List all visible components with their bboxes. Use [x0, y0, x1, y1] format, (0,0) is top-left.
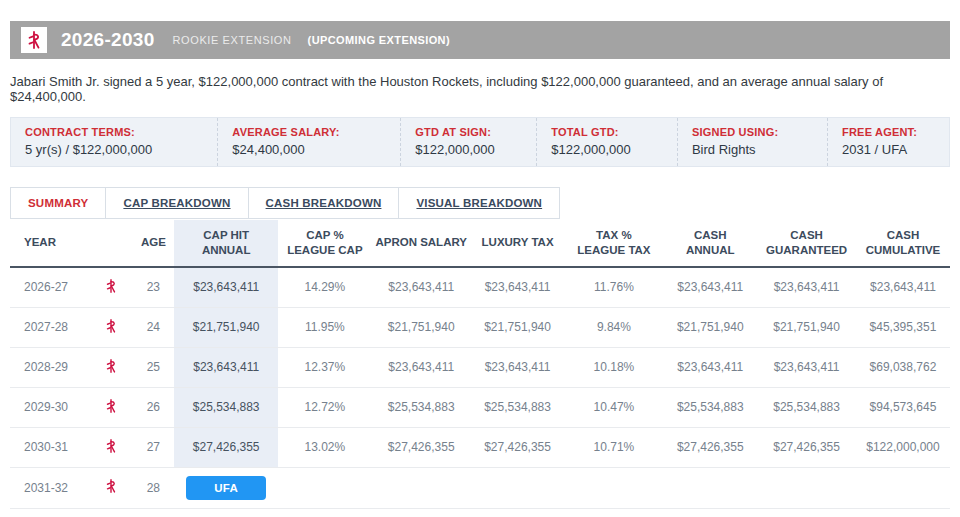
cell-year: 2026-27	[10, 267, 90, 308]
column-header: CASH ANNUAL	[663, 220, 757, 267]
cell-team-logo	[90, 387, 132, 427]
contract-page: 2026-2030 ROOKIE EXTENSION (UPCOMING EXT…	[10, 0, 950, 517]
cell-age: 23	[132, 267, 174, 308]
cell-cash-gtd: $23,643,411	[757, 347, 856, 387]
contract-status: (UPCOMING EXTENSION)	[308, 34, 450, 46]
tab-cap-breakdown[interactable]: CAP BREAKDOWN	[105, 187, 248, 219]
contract-term-label: GTD AT SIGN:	[415, 126, 536, 138]
cell-team-logo	[90, 467, 132, 508]
contract-term-value: $122,000,000	[415, 142, 536, 157]
cell-luxury: $21,751,940	[471, 307, 565, 347]
cell-cap-pct: 14.29%	[278, 267, 372, 308]
cell-apron: $23,643,411	[372, 267, 471, 308]
cell-cash-gtd: $21,751,940	[757, 307, 856, 347]
cell-luxury: $27,426,355	[471, 427, 565, 467]
cell-tax-pct	[565, 467, 664, 508]
contract-terms-strip: CONTRACT TERMS: 5 yr(s) / $122,000,000 A…	[10, 117, 950, 167]
column-header: TAX % LEAGUE TAX	[565, 220, 664, 267]
cell-team-logo	[90, 307, 132, 347]
cell-year: 2027-28	[10, 307, 90, 347]
cell-cash-cum: $23,643,411	[856, 267, 950, 308]
houston-rockets-icon	[25, 31, 43, 49]
contract-term: AVERAGE SALARY: $24,400,000	[217, 118, 400, 166]
team-logo-box	[21, 27, 47, 53]
cell-cash-gtd: $25,534,883	[757, 387, 856, 427]
cell-tax-pct: 9.84%	[565, 307, 664, 347]
table-row: 2029-30 26$25,534,88312.72%$25,534,883$2…	[10, 387, 950, 427]
cell-cash-cum: $94,573,645	[856, 387, 950, 427]
cell-cap-pct: 13.02%	[278, 427, 372, 467]
cell-year: 2028-29	[10, 347, 90, 387]
ufa-button[interactable]: UFA	[186, 476, 266, 500]
cell-apron: $27,426,355	[372, 427, 471, 467]
contract-term-value: $24,400,000	[232, 142, 400, 157]
column-header: CAP HIT ANNUAL	[174, 220, 277, 267]
cell-apron: $21,751,940	[372, 307, 471, 347]
table-row: 2026-27 23$23,643,41114.29%$23,643,411$2…	[10, 267, 950, 308]
cell-year: 2029-30	[10, 387, 90, 427]
cell-cap-pct: 11.95%	[278, 307, 372, 347]
cell-cash-annual	[663, 467, 757, 508]
tab-summary[interactable]: SUMMARY	[10, 187, 106, 219]
cell-tax-pct: 10.71%	[565, 427, 664, 467]
cell-cash-cum: $45,395,351	[856, 307, 950, 347]
table-body: 2026-27 23$23,643,41114.29%$23,643,411$2…	[10, 267, 950, 509]
cell-cap-hit: $27,426,355	[174, 427, 277, 467]
cell-cash-gtd: $23,643,411	[757, 267, 856, 308]
cell-cap-hit: $23,643,411	[174, 347, 277, 387]
tab-cash-breakdown[interactable]: CASH BREAKDOWN	[248, 187, 400, 219]
cell-luxury: $23,643,411	[471, 347, 565, 387]
cell-age: 25	[132, 347, 174, 387]
houston-rockets-icon	[104, 479, 118, 493]
cell-year: 2031-32	[10, 467, 90, 508]
contract-term-label: AVERAGE SALARY:	[232, 126, 400, 138]
cell-cash-cum	[856, 467, 950, 508]
houston-rockets-icon	[104, 399, 118, 413]
cell-cash-annual: $21,751,940	[663, 307, 757, 347]
contract-years: 2026-2030	[61, 29, 155, 51]
column-header: CASH CUMULATIVE	[856, 220, 950, 267]
table-header-row: YEARAGECAP HIT ANNUALCAP % LEAGUE CAPAPR…	[10, 220, 950, 267]
cell-age: 28	[132, 467, 174, 508]
cell-cash-cum: $122,000,000	[856, 427, 950, 467]
cell-year: 2030-31	[10, 427, 90, 467]
tab-visual-breakdown[interactable]: VISUAL BREAKDOWN	[398, 187, 560, 219]
cell-cash-gtd: $27,426,355	[757, 427, 856, 467]
contract-term-label: FREE AGENT:	[842, 126, 949, 138]
cell-team-logo	[90, 347, 132, 387]
contract-term-value: 2031 / UFA	[842, 142, 949, 157]
cell-cap-hit: UFA	[174, 467, 277, 508]
cell-team-logo	[90, 427, 132, 467]
table-row: 2027-28 24$21,751,94011.95%$21,751,940$2…	[10, 307, 950, 347]
cell-cash-annual: $23,643,411	[663, 347, 757, 387]
contract-type: ROOKIE EXTENSION	[173, 34, 292, 46]
cell-apron	[372, 467, 471, 508]
contract-breakdown-table: YEARAGECAP HIT ANNUALCAP % LEAGUE CAPAPR…	[10, 220, 950, 509]
cell-cash-annual: $25,534,883	[663, 387, 757, 427]
cell-cap-pct	[278, 467, 372, 508]
column-header: CAP % LEAGUE CAP	[278, 220, 372, 267]
cell-tax-pct: 11.76%	[565, 267, 664, 308]
breakdown-tabs: SUMMARY CAP BREAKDOWN CASH BREAKDOWN VIS…	[10, 187, 950, 219]
cell-age: 24	[132, 307, 174, 347]
cell-tax-pct: 10.18%	[565, 347, 664, 387]
cell-luxury: $23,643,411	[471, 267, 565, 308]
contract-term: GTD AT SIGN: $122,000,000	[400, 118, 536, 166]
column-header	[90, 220, 132, 267]
cell-luxury	[471, 467, 565, 508]
contract-term-label: CONTRACT TERMS:	[25, 126, 217, 138]
cell-cap-pct: 12.72%	[278, 387, 372, 427]
column-header: CASH GUARANTEED	[757, 220, 856, 267]
contract-term-value: Bird Rights	[692, 142, 827, 157]
houston-rockets-icon	[104, 319, 118, 333]
contract-term-value: 5 yr(s) / $122,000,000	[25, 142, 217, 157]
cell-cap-hit: $23,643,411	[174, 267, 277, 308]
cell-cap-hit: $25,534,883	[174, 387, 277, 427]
cell-cap-hit: $21,751,940	[174, 307, 277, 347]
column-header: AGE	[132, 220, 174, 267]
contract-term-label: SIGNED USING:	[692, 126, 827, 138]
column-header: YEAR	[10, 220, 90, 267]
cell-apron: $23,643,411	[372, 347, 471, 387]
contract-term: FREE AGENT: 2031 / UFA	[827, 118, 949, 166]
cell-cash-annual: $27,426,355	[663, 427, 757, 467]
